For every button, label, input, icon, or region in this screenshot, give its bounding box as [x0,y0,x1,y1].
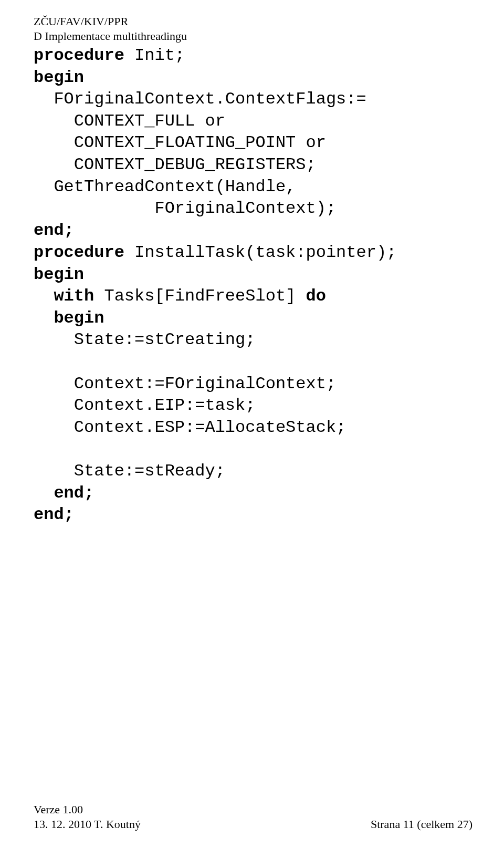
proc-name: Init; [124,46,185,65]
header-line-2: D Implementace multithreadingu [34,29,187,44]
keyword-procedure: procedure [34,243,124,262]
page-header: ZČU/FAV/KIV/PPR D Implementace multithre… [34,14,187,43]
keyword-begin: begin [34,308,104,328]
page-footer: Verze 1.00 13. 12. 2010 T. Koutný Strana… [34,802,472,832]
keyword-end: end; [34,483,94,503]
keyword-begin: begin [34,68,84,87]
code-text: Tasks[FindFreeSlot] [94,286,306,306]
keyword-begin: begin [34,265,84,284]
code-line: CONTEXT_DEBUG_REGISTERS; [34,155,316,174]
date-author: 13. 12. 2010 T. Koutný [34,817,141,832]
proc-name: InstallTask(task:pointer); [124,243,396,262]
code-line: CONTEXT_FLOATING_POINT or [34,133,326,152]
footer-right: Strana 11 (celkem 27) [371,817,472,832]
code-line: CONTEXT_FULL or [34,111,225,131]
keyword-end: end; [34,221,74,240]
code-line: FOriginalContext.ContextFlags:= [34,89,366,109]
code-block-init: procedure Init; begin FOriginalContext.C… [34,45,366,241]
keyword-do: do [306,286,326,306]
footer-left: Verze 1.00 13. 12. 2010 T. Koutný [34,802,141,832]
code-line: Context:=FOriginalContext; [34,374,336,394]
code-line: State:=stReady; [34,461,225,481]
header-line-1: ZČU/FAV/KIV/PPR [34,14,187,29]
keyword-with: with [54,286,94,306]
code-line: Context.ESP:=AllocateStack; [34,418,346,437]
indent [34,286,54,306]
code-line: Context.EIP:=task; [34,396,255,415]
code-block-installtask: procedure InstallTask(task:pointer); beg… [34,242,396,526]
version-text: Verze 1.00 [34,802,141,818]
code-line: FOriginalContext); [34,199,336,218]
code-line: State:=stCreating; [34,330,255,349]
keyword-end: end; [34,505,74,524]
keyword-procedure: procedure [34,46,124,65]
code-line: GetThreadContext(Handle, [34,177,296,197]
page-number: Strana 11 (celkem 27) [371,817,472,832]
